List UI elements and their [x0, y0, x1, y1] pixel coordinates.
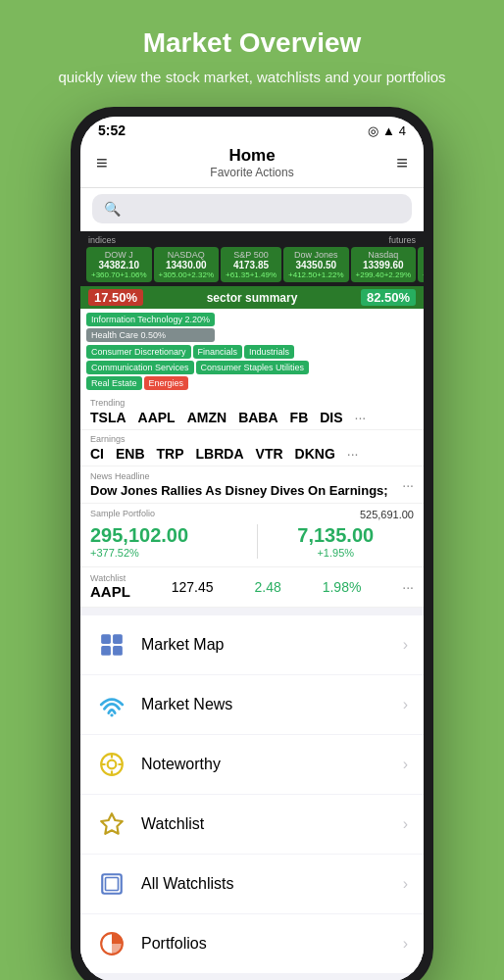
ticker-lbrda[interactable]: LBRDA: [196, 446, 244, 462]
sector-group-left: Information Technology 2.20% Health Care…: [86, 313, 215, 342]
nav-subtitle: Favorite Actions: [210, 166, 293, 179]
watchlist-info: Watchlist AAPL: [90, 573, 130, 601]
sector-summary-label: sector summary: [151, 291, 353, 305]
sector-cd[interactable]: Consumer Discretionary: [86, 345, 191, 359]
portfolio-right: 7,135.00 +1.95%: [258, 524, 415, 559]
svg-rect-2: [101, 646, 111, 656]
earnings-tickers: CI ENB TRP LBRDA VTR DKNG ···: [90, 446, 414, 462]
sector-group-right: Consumer Discretionary Financials Indust…: [86, 345, 418, 390]
portfolio-main-value: 295,102.00: [90, 524, 247, 547]
all-watchlists-label: All Watchlists: [141, 875, 403, 893]
svg-point-4: [110, 713, 113, 716]
ticker-aapl-t[interactable]: AAPL: [138, 410, 176, 425]
market-map-chevron: ›: [403, 636, 408, 654]
noteworthy-label: Noteworthy: [141, 756, 403, 773]
sector-row-3: Real Estate Energies: [86, 376, 418, 390]
sector-re[interactable]: Real Estate: [86, 376, 142, 390]
noteworthy-icon: [96, 749, 127, 780]
menu-item-portfolios[interactable]: Portfolios ›: [80, 914, 424, 973]
sector-it[interactable]: Information Technology 2.20%: [86, 313, 215, 326]
wifi-icon: ▲: [382, 123, 395, 138]
status-icons: ◎ ▲ 4: [368, 123, 406, 138]
sector-fin[interactable]: Financials: [193, 345, 243, 359]
sector-hc[interactable]: Health Care 0.50%: [86, 328, 215, 342]
battery-icon: 4: [399, 123, 406, 138]
portfolio-main-change: +377.52%: [90, 547, 247, 559]
sector-row-2: Communication Services Consumer Staples …: [86, 361, 418, 374]
search-bar[interactable]: 🔍: [80, 188, 424, 231]
watchlist-pct: 1.98%: [323, 579, 362, 595]
all-watchlists-chevron: ›: [403, 875, 408, 893]
index-nasdaq[interactable]: NASDAQ 13430.00 +305.00+2.32%: [154, 247, 220, 282]
portfolio-secondary-change: +1.95%: [258, 547, 415, 559]
ticker-dkng[interactable]: DKNG: [295, 446, 335, 462]
watchlist-label: Watchlist: [141, 815, 403, 833]
phone-screen: 5:52 ◎ ▲ 4 ≡ Home Favorite Actions ≡ 🔍: [80, 117, 424, 980]
news-label: News Headline: [90, 471, 388, 481]
watchlist-change: 2.48: [255, 579, 281, 595]
menu-right-icon[interactable]: ≡: [396, 152, 408, 174]
watchlist-more[interactable]: ···: [402, 579, 414, 595]
news-more[interactable]: ···: [402, 477, 414, 493]
svg-rect-1: [113, 634, 123, 644]
svg-marker-11: [101, 813, 123, 834]
indices-left-label: indices: [88, 235, 116, 245]
page-header: Market Overview quickly view the stock m…: [38, 0, 465, 107]
watchlist-price: 127.45: [172, 579, 214, 595]
page-title: Market Overview: [58, 27, 445, 59]
watchlist-label: Watchlist: [90, 573, 130, 583]
watchlist-chevron: ›: [403, 815, 408, 833]
index-sp500[interactable]: S&P 500 4173.85 +61.35+1.49%: [221, 247, 281, 282]
ticker-vtr[interactable]: VTR: [256, 446, 283, 462]
svg-rect-0: [101, 634, 111, 644]
index-nasdaq-fut[interactable]: Nasdaq 13399.60 +299.40+2.29%: [351, 247, 417, 282]
signal-icon: ◎: [368, 123, 378, 138]
earnings-more[interactable]: ···: [347, 446, 359, 462]
portfolios-icon: [96, 928, 127, 959]
svg-rect-13: [106, 878, 119, 891]
menu-item-market-news[interactable]: Market News ›: [80, 675, 424, 734]
index-sp500-fut[interactable]: S&P 500 4173.12 +66.12+1.61%: [418, 247, 424, 282]
market-news-chevron: ›: [403, 696, 408, 713]
menu-item-all-watchlists[interactable]: All Watchlists ›: [80, 855, 424, 913]
sector-ind[interactable]: Industrials: [244, 345, 294, 359]
index-dow-jones-fut[interactable]: Dow Jones 34350.50 +412.50+1.22%: [283, 247, 349, 282]
ticker-ci[interactable]: CI: [90, 446, 104, 462]
market-map-icon: [96, 629, 127, 661]
market-news-label: Market News: [141, 696, 403, 713]
menu-item-market-map[interactable]: Market Map ›: [80, 615, 424, 674]
news-content: News Headline Dow Jones Rallies As Disne…: [90, 471, 388, 498]
ticker-fb[interactable]: FB: [290, 410, 309, 425]
menu-item-watchlist[interactable]: Watchlist ›: [80, 795, 424, 854]
nav-bar: ≡ Home Favorite Actions ≡: [80, 142, 424, 188]
sector-en[interactable]: Energies: [144, 376, 189, 390]
page-subtitle: quickly view the stock market, watchlist…: [58, 67, 445, 87]
menu-item-noteworthy[interactable]: Noteworthy ›: [80, 735, 424, 794]
search-input[interactable]: 🔍: [92, 194, 412, 223]
watchlist-ticker: AAPL: [90, 583, 130, 600]
ticker-tsla[interactable]: TSLA: [90, 410, 126, 425]
sector-row-1: Consumer Discretionary Financials Indust…: [86, 345, 418, 359]
portfolios-chevron: ›: [403, 935, 408, 953]
sector-cs[interactable]: Consumer Staples Utilities: [196, 361, 310, 374]
all-watchlists-icon: [96, 868, 127, 900]
ticker-enb[interactable]: ENB: [116, 446, 145, 462]
nav-title: Home: [210, 146, 293, 166]
menu-left-icon[interactable]: ≡: [96, 152, 108, 174]
index-dow-j[interactable]: DOW J 34382.10 +360.70+1.06%: [86, 247, 152, 282]
market-news-icon: [96, 689, 127, 720]
portfolio-values: 295,102.00 +377.52% 7,135.00 +1.95%: [90, 524, 414, 559]
ticker-amzn[interactable]: AMZN: [187, 410, 227, 425]
watchlist-row[interactable]: Watchlist AAPL 127.45 2.48 1.98% ···: [80, 567, 424, 608]
status-time: 5:52: [98, 122, 126, 138]
news-headline: Dow Jones Rallies As Disney Dives On Ear…: [90, 483, 388, 498]
news-row[interactable]: News Headline Dow Jones Rallies As Disne…: [80, 466, 424, 504]
trending-tickers: TSLA AAPL AMZN BABA FB DIS ···: [90, 410, 414, 425]
nav-center: Home Favorite Actions: [210, 146, 293, 179]
noteworthy-chevron: ›: [403, 756, 408, 773]
sector-comm[interactable]: Communication Services: [86, 361, 194, 374]
trending-more[interactable]: ···: [355, 410, 367, 425]
ticker-trp[interactable]: TRP: [157, 446, 184, 462]
ticker-dis[interactable]: DIS: [320, 410, 342, 425]
ticker-baba[interactable]: BABA: [238, 410, 277, 425]
